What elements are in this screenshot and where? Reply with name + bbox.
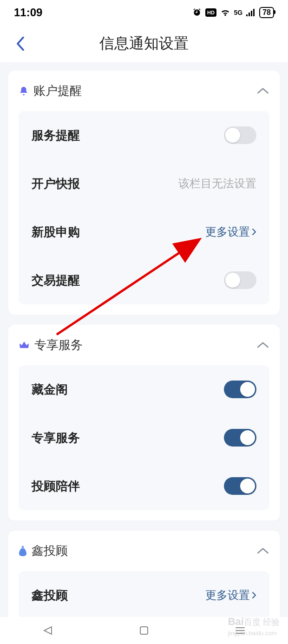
row-label: 开户快报: [32, 176, 80, 192]
svg-text:HD: HD: [207, 10, 215, 15]
toggle-cangjinge[interactable]: [224, 381, 256, 398]
status-bar: 11:09 HD 5G 78: [0, 0, 288, 25]
more-settings-link[interactable]: 更多设置: [205, 224, 256, 239]
row-label: 投顾陪伴: [32, 478, 80, 494]
section-title: 账户提醒: [33, 83, 82, 99]
row-note: 该栏目无法设置: [178, 176, 256, 191]
section-title: 专享服务: [34, 337, 83, 353]
row-label: 专享服务: [32, 430, 80, 446]
svg-rect-5: [253, 9, 255, 16]
section-header[interactable]: 专享服务: [19, 335, 269, 356]
chevron-right-icon: [252, 591, 256, 599]
row-service-reminder: 服务提醒: [32, 111, 256, 159]
section-xintougu: 鑫投顾 鑫投顾 更多设置: [8, 531, 280, 630]
page-header: 信息通知设置: [0, 25, 288, 62]
section-header[interactable]: 鑫投顾: [19, 541, 269, 562]
row-label: 鑫投顾: [32, 587, 68, 604]
hd-icon: HD: [205, 8, 216, 17]
more-settings-link[interactable]: 更多设置: [205, 588, 256, 603]
back-button[interactable]: [11, 34, 30, 53]
section-account-reminder: 账户提醒 服务提醒 开户快报 该栏目无法设置 新股申购 更多设置 交易提醒: [8, 71, 280, 315]
page-title: 信息通知设置: [99, 33, 189, 54]
crown-icon: [19, 341, 30, 350]
row-label: 新股申购: [32, 224, 80, 240]
chevron-left-icon: [16, 37, 25, 51]
chevron-right-icon: [252, 228, 256, 236]
nav-home[interactable]: [137, 624, 151, 637]
svg-rect-2: [246, 14, 248, 16]
svg-rect-4: [251, 11, 252, 16]
row-new-stock: 新股申购 更多设置: [32, 208, 256, 256]
row-label: 藏金阁: [32, 381, 68, 398]
section-exclusive-service: 专享服务 藏金阁 专享服务 投顾陪伴: [8, 325, 280, 520]
content-area: 账户提醒 服务提醒 开户快报 该栏目无法设置 新股申购 更多设置 交易提醒: [0, 62, 288, 644]
row-label: 服务提醒: [32, 127, 80, 144]
signal-icon: [246, 9, 255, 16]
svg-rect-3: [249, 13, 250, 16]
section-rows: 鑫投顾 更多设置: [19, 571, 269, 619]
chevron-up-icon: [256, 342, 269, 349]
battery-indicator: 78: [259, 7, 274, 18]
svg-rect-9: [140, 627, 148, 634]
status-time: 11:09: [14, 6, 42, 19]
toggle-exclusive[interactable]: [224, 429, 256, 447]
nav-back[interactable]: [41, 624, 55, 637]
status-icons: HD 5G 78: [192, 7, 274, 18]
row-account-open: 开户快报 该栏目无法设置: [32, 159, 256, 208]
link-text: 更多设置: [205, 224, 250, 239]
row-advisor-companion: 投顾陪伴: [32, 462, 256, 510]
toggle-trade-reminder[interactable]: [224, 271, 256, 289]
row-exclusive: 专享服务: [32, 414, 256, 462]
bag-icon: [19, 546, 27, 556]
wifi-icon: [220, 8, 230, 17]
section-rows: 服务提醒 开户快报 该栏目无法设置 新股申购 更多设置 交易提醒: [19, 111, 269, 304]
section-title: 鑫投顾: [32, 543, 68, 559]
row-label: 交易提醒: [32, 272, 80, 289]
watermark: Bai百度 经验 jingyan.baidu.com: [228, 616, 280, 637]
row-xintougu: 鑫投顾 更多设置: [32, 571, 256, 619]
chevron-up-icon: [256, 547, 269, 555]
alarm-icon: [192, 8, 202, 17]
toggle-advisor-companion[interactable]: [224, 477, 256, 495]
link-text: 更多设置: [205, 588, 250, 603]
row-trade-reminder: 交易提醒: [32, 256, 256, 304]
network-label: 5G: [234, 9, 243, 16]
svg-marker-8: [44, 627, 52, 634]
chevron-up-icon: [256, 87, 269, 95]
toggle-service-reminder[interactable]: [224, 126, 256, 144]
bell-icon: [19, 85, 29, 97]
row-cangjinge: 藏金阁: [32, 365, 256, 414]
section-header[interactable]: 账户提醒: [19, 81, 269, 102]
section-rows: 藏金阁 专享服务 投顾陪伴: [19, 365, 269, 510]
